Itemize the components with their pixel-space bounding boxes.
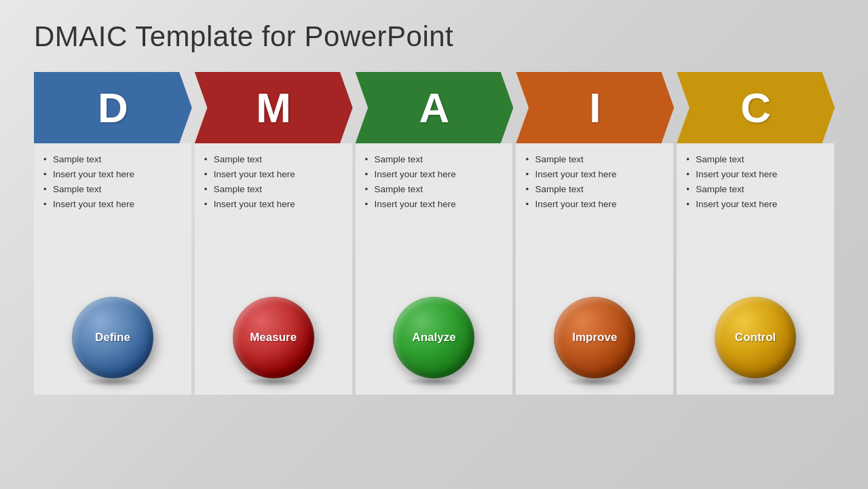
ball-shadow-measure: [243, 377, 304, 386]
arrow-header-m: M: [195, 72, 353, 143]
column-m: MSample textInsert your text hereSample …: [195, 72, 352, 395]
bullet-item: Insert your text here: [525, 198, 664, 212]
column-i: ISample textInsert your text hereSample …: [516, 72, 673, 395]
content-area-c: Sample textInsert your text hereSample t…: [677, 143, 834, 286]
ball-label-control: Control: [735, 331, 776, 344]
bullet-item: Insert your text here: [204, 168, 343, 182]
ball-label-define: Define: [95, 331, 130, 344]
ball-improve: Improve: [554, 297, 635, 378]
bullet-item: Sample text: [365, 183, 504, 197]
arrow-header-i: I: [516, 72, 674, 143]
bullet-item: Sample text: [204, 153, 343, 167]
slide-title: DMAIC Template for PowerPoint: [34, 20, 834, 53]
ball-area-define: Define: [34, 286, 191, 395]
ball-measure: Measure: [233, 297, 314, 378]
bullet-item: Insert your text here: [43, 168, 182, 182]
bullet-item: Insert your text here: [686, 198, 825, 212]
bullet-item: Sample text: [43, 153, 182, 167]
bullet-item: Insert your text here: [43, 198, 182, 212]
columns-wrapper: DSample textInsert your text hereSample …: [34, 72, 834, 395]
ball-area-measure: Measure: [195, 286, 352, 395]
ball-shadow-control: [725, 377, 786, 386]
ball-analyze: Analyze: [393, 297, 474, 378]
letter-d: D: [98, 84, 128, 132]
bullet-item: Sample text: [686, 183, 825, 197]
column-a: ASample textInsert your text hereSample …: [356, 72, 513, 395]
ball-area-analyze: Analyze: [356, 286, 513, 395]
ball-shadow-improve: [564, 377, 625, 386]
arrow-header-d: D: [34, 72, 192, 143]
slide: DMAIC Template for PowerPoint DSample te…: [0, 0, 868, 489]
content-area-i: Sample textInsert your text hereSample t…: [516, 143, 673, 286]
bullet-item: Insert your text here: [686, 168, 825, 182]
ball-control: Control: [715, 297, 796, 378]
column-c: CSample textInsert your text hereSample …: [677, 72, 834, 395]
bullet-item: Sample text: [365, 153, 504, 167]
arrow-header-a: A: [356, 72, 514, 143]
bullet-item: Sample text: [43, 183, 182, 197]
bullet-item: Insert your text here: [204, 198, 343, 212]
bullet-item: Sample text: [686, 153, 825, 167]
ball-label-measure: Measure: [250, 331, 297, 344]
ball-label-analyze: Analyze: [412, 331, 455, 344]
column-d: DSample textInsert your text hereSample …: [34, 72, 191, 395]
ball-shadow-define: [82, 377, 143, 386]
letter-a: A: [419, 84, 450, 132]
arrow-header-c: C: [677, 72, 835, 143]
ball-area-improve: Improve: [516, 286, 673, 395]
bullet-item: Insert your text here: [365, 168, 504, 182]
bullet-item: Sample text: [204, 183, 343, 197]
letter-i: I: [589, 84, 601, 132]
ball-label-improve: Improve: [572, 331, 617, 344]
bullet-item: Sample text: [525, 183, 664, 197]
ball-area-control: Control: [677, 286, 834, 395]
bullet-item: Insert your text here: [365, 198, 504, 212]
ball-define: Define: [72, 297, 153, 378]
bullet-item: Sample text: [525, 153, 664, 167]
ball-shadow-analyze: [403, 377, 464, 386]
letter-m: M: [256, 84, 291, 132]
content-area-m: Sample textInsert your text hereSample t…: [195, 143, 352, 286]
content-area-a: Sample textInsert your text hereSample t…: [356, 143, 513, 286]
letter-c: C: [740, 84, 771, 132]
content-area-d: Sample textInsert your text hereSample t…: [34, 143, 191, 286]
bullet-item: Insert your text here: [525, 168, 664, 182]
